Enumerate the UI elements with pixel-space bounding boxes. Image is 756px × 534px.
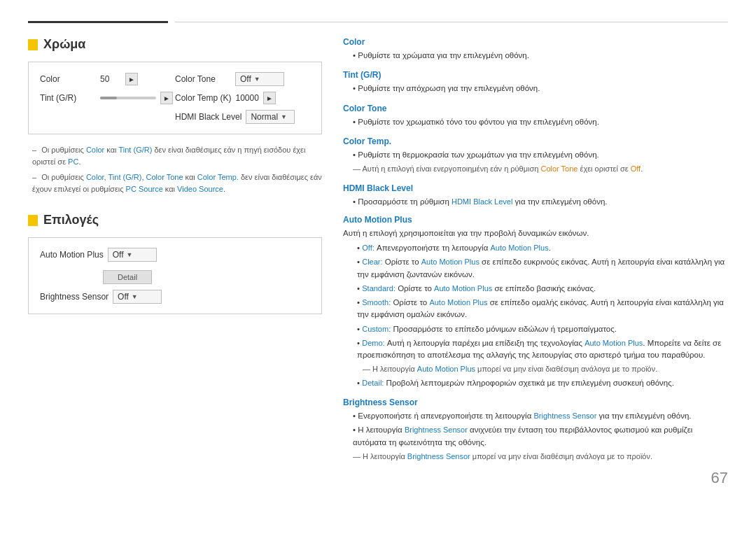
xroma-section-title: Χρώμα bbox=[28, 37, 85, 52]
rp-auto-motion-section: Auto Motion Plus Αυτή η επιλογή χρησιμοπ… bbox=[343, 215, 728, 389]
color-arrow-btn[interactable]: ► bbox=[125, 73, 138, 85]
hdmi-dropdown[interactable]: Normal ▼ bbox=[246, 110, 295, 124]
hdmi-right: HDMI Black Level Normal ▼ bbox=[175, 110, 310, 124]
rp-color-bullet: Ρυθμίστε τα χρώματα για την επιλεγμένη ο… bbox=[343, 50, 728, 62]
rp-brightness-bullet-2: Η λειτουργία Brightness Sensor ανιχνεύει… bbox=[343, 424, 728, 449]
settings-row-hdmi: HDMI Black Level Normal ▼ bbox=[40, 110, 310, 124]
detail-row: Detail bbox=[40, 267, 310, 284]
color-tone-value: Off bbox=[240, 74, 251, 84]
right-panel: Color Ρυθμίστε τα χρώματα για την επιλεγ… bbox=[343, 37, 728, 487]
brightness-dropdown-arrow: ▼ bbox=[132, 293, 138, 300]
settings-row-color: Color 50 ► Color Tone Off ▼ bbox=[40, 72, 310, 86]
color-tone-label: Color Tone bbox=[175, 74, 231, 84]
xroma-title: Χρώμα bbox=[43, 37, 85, 52]
rp-amp-bullet-detail: Detail: Προβολή λεπτομερών πληροφοριών σ… bbox=[343, 377, 728, 389]
color-tone-dropdown[interactable]: Off ▼ bbox=[235, 72, 284, 86]
rp-amp-bullet-smooth: Smooth: Ορίστε το Auto Motion Plus σε επ… bbox=[343, 297, 728, 321]
auto-motion-value: Off bbox=[113, 250, 124, 260]
epiloges-settings-box: Auto Motion Plus Off ▼ Detail Brightness… bbox=[28, 237, 322, 314]
brightness-value: Off bbox=[118, 292, 129, 302]
tint-label: Tint (G/R) bbox=[40, 93, 96, 103]
brightness-left: Brightness Sensor Off ▼ bbox=[40, 290, 175, 304]
color-temp-value: 10000 bbox=[235, 93, 258, 103]
brightness-label: Brightness Sensor bbox=[40, 292, 108, 302]
color-label: Color bbox=[40, 74, 96, 84]
epiloges-section-title: Επιλογές bbox=[28, 213, 99, 227]
auto-motion-label: Auto Motion Plus bbox=[40, 250, 104, 260]
rp-hdmi-bullet: Προσαρμόστε τη ρύθμιση HDMI Black Level … bbox=[343, 196, 728, 208]
rp-colortemp-bullet: Ρυθμίστε τη θερμοκρασία των χρωμάτων για… bbox=[343, 149, 728, 161]
rp-hdmi-title: HDMI Black Level bbox=[343, 183, 728, 193]
rp-amp-bullet-clear: Clear: Ορίστε το Auto Motion Plus σε επί… bbox=[343, 256, 728, 281]
detail-button[interactable]: Detail bbox=[103, 270, 152, 284]
page-number: 67 bbox=[343, 469, 728, 487]
rp-amp-bullet-off: Off: Απενεργοποιήστε τη λειτουργία Auto … bbox=[343, 242, 728, 254]
tint-left: Tint (G/R) ► bbox=[40, 92, 175, 104]
hdmi-dropdown-arrow: ▼ bbox=[281, 113, 287, 120]
rp-brightness-note: Η λειτουργία Brightness Sensor μπορεί να… bbox=[343, 451, 728, 463]
rp-brightness-bullet-1: Ενεργοποιήστε ή απενεργοποιήστε τη λειτο… bbox=[343, 410, 728, 422]
color-value: 50 bbox=[100, 74, 121, 84]
rp-brightness-title: Brightness Sensor bbox=[343, 398, 728, 407]
rp-amp-bullet-demo: Demo: Αυτή η λειτουργία παρέχει μια επίδ… bbox=[343, 337, 728, 362]
rp-amp-sub-note: Η λειτουργία Auto Motion Plus μπορεί να … bbox=[343, 363, 728, 375]
xroma-settings-box: Color 50 ► Color Tone Off ▼ Tint (G/R) bbox=[28, 62, 322, 134]
settings-row-tint: Tint (G/R) ► Color Temp (K) 10000 ► bbox=[40, 92, 310, 104]
color-temp-label: Color Temp (K) bbox=[175, 93, 231, 103]
rp-auto-motion-title: Auto Motion Plus bbox=[343, 215, 728, 225]
left-panel: Χρώμα Color 50 ► Color Tone Off ▼ bbox=[28, 37, 322, 487]
color-left: Color 50 ► bbox=[40, 73, 175, 85]
brightness-dropdown[interactable]: Off ▼ bbox=[113, 290, 162, 304]
rp-colortemp-title: Color Temp. bbox=[343, 136, 728, 146]
auto-motion-left: Auto Motion Plus Off ▼ bbox=[40, 248, 175, 262]
rp-auto-motion-para: Αυτή η επιλογή χρησιμοποιείται για την π… bbox=[343, 227, 728, 239]
tint-slider[interactable] bbox=[100, 97, 156, 99]
xroma-note-1: – Οι ρυθμίσεις Color και Tint (G/R) δεν … bbox=[28, 144, 322, 167]
rp-colortone-title: Color Tone bbox=[343, 104, 728, 113]
color-tone-right: Color Tone Off ▼ bbox=[175, 72, 310, 86]
epiloges-title: Επιλογές bbox=[43, 213, 99, 227]
hdmi-value: Normal bbox=[251, 112, 278, 122]
rp-tint-title: Tint (G/R) bbox=[343, 70, 728, 80]
xroma-note-2: – Οι ρυθμίσεις Color, Tint (G/R), Color … bbox=[28, 171, 322, 195]
rp-amp-bullet-standard: Standard: Ορίστε το Auto Motion Plus σε … bbox=[343, 283, 728, 295]
auto-motion-dropdown-arrow: ▼ bbox=[127, 251, 133, 258]
color-temp-arrow-btn[interactable]: ► bbox=[263, 92, 276, 104]
settings-row-auto-motion: Auto Motion Plus Off ▼ bbox=[40, 248, 310, 262]
settings-row-brightness: Brightness Sensor Off ▼ bbox=[40, 290, 310, 304]
auto-motion-dropdown[interactable]: Off ▼ bbox=[108, 248, 157, 262]
rp-tint-bullet: Ρυθμίστε την απόχρωση για την επιλεγμένη… bbox=[343, 83, 728, 94]
rp-colortemp-note: Αυτή η επιλογή είναι ενεργοποιημένη εάν … bbox=[343, 163, 728, 175]
top-line bbox=[28, 21, 728, 23]
rp-color-title: Color bbox=[343, 37, 728, 47]
rp-amp-bullet-custom: Custom: Προσαρμόστε το επίπεδο μόνιμων ε… bbox=[343, 323, 728, 335]
rp-colortone-bullet: Ρυθμίστε τον χρωματικό τόνο του φόντου γ… bbox=[343, 116, 728, 128]
hdmi-label: HDMI Black Level bbox=[175, 112, 241, 122]
color-tone-dropdown-arrow: ▼ bbox=[254, 76, 260, 83]
title-bar-xroma bbox=[28, 39, 38, 50]
title-bar-epiloges bbox=[28, 215, 38, 226]
tint-arrow-btn[interactable]: ► bbox=[160, 92, 173, 104]
color-temp-right: Color Temp (K) 10000 ► bbox=[175, 92, 310, 104]
